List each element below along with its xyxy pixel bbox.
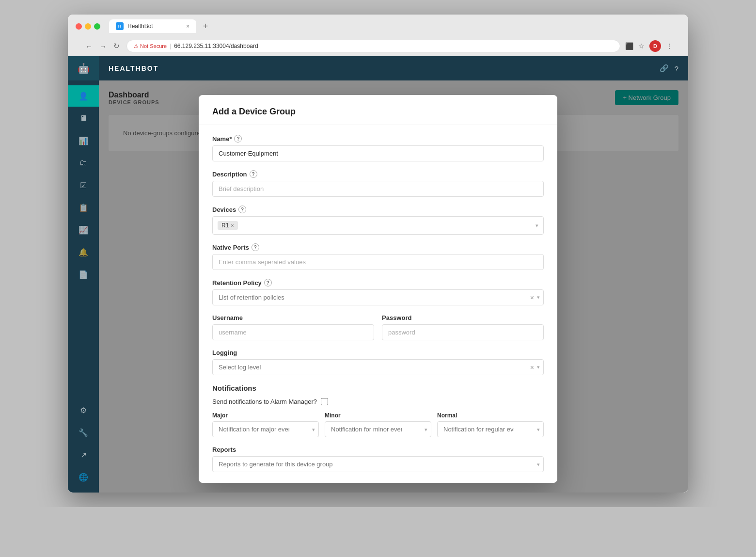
devices-dropdown-arrow[interactable]: ▾ <box>536 223 538 229</box>
description-help-icon: ? <box>250 170 257 178</box>
minimize-button[interactable] <box>85 23 91 30</box>
normal-dropdown-arrow[interactable]: ▾ <box>537 426 540 432</box>
sidebar-item-analytics[interactable]: 📈 <box>68 219 99 240</box>
device-tag-r1: R1 × <box>218 221 238 230</box>
add-device-group-modal: Add a Device Group Name* ? <box>199 95 557 483</box>
native-ports-label: Native Ports ? <box>212 243 544 251</box>
retention-dropdown-arrow[interactable]: ▾ <box>537 294 540 301</box>
main-content: HEALTHBOT 🔗 ? Dashboard DEVICE GROUPS + … <box>99 56 688 493</box>
logging-label: Logging <box>212 349 544 356</box>
retention-help-icon: ? <box>264 279 272 286</box>
credentials-section: Username Password <box>212 314 544 340</box>
sidebar-item-reports[interactable]: 📋 <box>68 197 99 218</box>
native-ports-input[interactable] <box>212 254 544 270</box>
address-bar[interactable]: Not Secure | 66.129.235.11:33004/dashboa… <box>126 40 620 52</box>
devices-help-icon: ? <box>238 206 246 213</box>
logo-icon: 🤖 <box>78 63 90 74</box>
tab-title: HealthBot <box>127 23 153 30</box>
browser-controls: H HealthBot × + <box>76 19 680 33</box>
nav-back-button[interactable]: ← <box>83 41 94 51</box>
sidebar-item-devices[interactable]: 🖥 <box>68 108 99 129</box>
notifications-grid: Major ▾ <box>212 412 544 437</box>
url-separator: | <box>170 43 171 49</box>
minor-select[interactable] <box>325 421 431 437</box>
username-label: Username <box>212 314 374 321</box>
reports-label: Reports <box>212 446 544 453</box>
reports-select-actions: ▾ <box>537 461 540 467</box>
user-avatar[interactable]: D <box>649 40 661 52</box>
retention-policy-label: Retention Policy ? <box>212 279 544 286</box>
notifications-title: Notifications <box>212 384 544 392</box>
tab-favicon: H <box>116 22 124 30</box>
minor-dropdown-arrow[interactable]: ▾ <box>425 426 427 432</box>
password-input[interactable] <box>382 324 544 340</box>
alarm-manager-checkbox[interactable] <box>321 398 328 405</box>
devices-field-section: Devices ? R1 × ▾ <box>212 206 544 235</box>
active-tab[interactable]: H HealthBot × <box>109 19 196 33</box>
bookmark-button[interactable]: ☆ <box>638 42 645 50</box>
major-dropdown-arrow[interactable]: ▾ <box>312 426 315 432</box>
minor-notification-col: Minor ▾ <box>325 412 431 437</box>
menu-button[interactable]: ⋮ <box>666 42 673 50</box>
devices-tag-input[interactable]: R1 × ▾ <box>212 216 544 235</box>
sidebar-item-network[interactable]: 🌐 <box>68 466 99 488</box>
header-link-button[interactable]: 🔗 <box>660 64 669 73</box>
analytics-icon: 📈 <box>79 225 88 235</box>
normal-select[interactable] <box>437 421 544 437</box>
name-label: Name* ? <box>212 135 544 143</box>
sidebar-item-groups[interactable]: 🗂 <box>68 152 99 174</box>
normal-select-container: ▾ <box>437 421 544 437</box>
sidebar-item-logs[interactable]: 📄 <box>68 264 99 285</box>
reports-dropdown-arrow[interactable]: ▾ <box>537 461 540 467</box>
major-select[interactable] <box>212 421 319 437</box>
extensions-button[interactable]: ⬛ <box>625 42 633 50</box>
name-field-section: Name* ? <box>212 135 544 161</box>
close-button[interactable] <box>76 23 82 30</box>
sidebar-item-settings[interactable]: ⚙ <box>68 399 99 421</box>
sidebar-item-dashboard[interactable]: 👤 <box>68 85 99 107</box>
description-input[interactable] <box>212 181 544 197</box>
sidebar-item-rules[interactable]: ☑ <box>68 175 99 196</box>
sidebar-item-tools[interactable]: 🔧 <box>68 422 99 443</box>
app-title: HEALTHBOT <box>109 64 158 72</box>
name-input[interactable] <box>212 145 544 161</box>
nav-refresh-button[interactable]: ↻ <box>111 41 122 51</box>
browser-actions: ⬛ ☆ D ⋮ <box>625 40 673 52</box>
url-text: 66.129.235.11:33004/dashboard <box>174 43 258 49</box>
devices-icon: 🖥 <box>79 114 87 123</box>
fullscreen-button[interactable] <box>94 23 100 30</box>
devices-label: Devices ? <box>212 206 544 213</box>
username-section: Username <box>212 314 374 340</box>
nav-buttons: ← → ↻ <box>83 41 122 51</box>
retention-select-container: × ▾ <box>212 289 544 305</box>
sidebar-item-alerts[interactable]: 🔔 <box>68 241 99 263</box>
retention-clear-button[interactable]: × <box>530 294 534 302</box>
new-tab-button[interactable]: + <box>199 20 212 32</box>
sidebar: 🤖 👤 🖥 📊 🗂 ☑ 📋 <box>68 56 99 493</box>
device-tag-remove[interactable]: × <box>231 223 234 228</box>
alarm-manager-row: Send notifications to Alarm Manager? <box>212 398 544 405</box>
header-help-button[interactable]: ? <box>675 64 678 73</box>
logging-dropdown-arrow[interactable]: ▾ <box>537 364 540 370</box>
sidebar-item-export[interactable]: ↗ <box>68 444 99 465</box>
logging-clear-button[interactable]: × <box>530 364 534 371</box>
reports-select[interactable] <box>212 456 544 472</box>
native-ports-section: Native Ports ? <box>212 243 544 270</box>
major-select-container: ▾ <box>212 421 319 437</box>
retention-select[interactable] <box>212 289 544 305</box>
sidebar-item-topology[interactable]: 📊 <box>68 130 99 151</box>
browser-addressbar: ← → ↻ Not Secure | 66.129.235.11:33004/d… <box>76 37 680 56</box>
tools-icon: 🔧 <box>79 428 88 437</box>
nav-forward-button[interactable]: → <box>97 41 109 51</box>
logs-icon: 📄 <box>79 270 88 279</box>
app-header: HEALTHBOT 🔗 ? <box>99 56 688 80</box>
groups-icon: 🗂 <box>79 159 87 167</box>
tab-close-button[interactable]: × <box>187 23 189 29</box>
modal-body: Name* ? Description ? <box>199 125 557 483</box>
browser-titlebar: H HealthBot × + ← → ↻ Not Secure | 66.12… <box>68 15 688 56</box>
logging-select[interactable] <box>212 359 544 375</box>
username-input[interactable] <box>212 324 374 340</box>
network-icon: 🌐 <box>79 473 88 482</box>
native-ports-help-icon: ? <box>252 243 259 251</box>
minor-select-container: ▾ <box>325 421 431 437</box>
